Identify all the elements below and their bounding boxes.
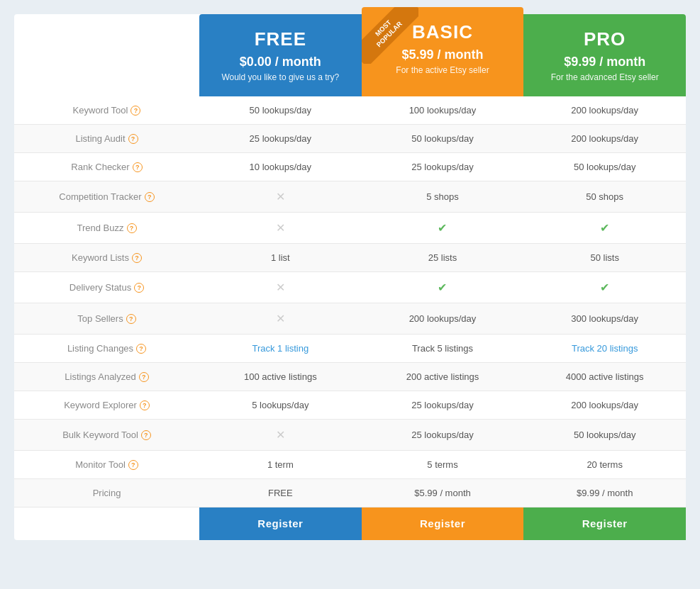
not-available-icon: ✕ (276, 281, 285, 294)
pro-value-cell: 50 lists (523, 244, 686, 272)
feature-label: Listing Changes (67, 343, 133, 354)
basic-value-cell: 25 lookups/day (362, 420, 524, 451)
pro-value-cell: 50 shops (523, 181, 686, 213)
feature-name-cell: Listing Changes? (14, 335, 199, 363)
info-icon[interactable]: ? (140, 400, 150, 410)
footer-row: Register Register Register (14, 507, 686, 540)
pro-plan-desc: For the advanced Etsy seller (534, 72, 675, 82)
not-available-icon: ✕ (276, 190, 285, 203)
free-value-cell: 50 lookups/day (199, 96, 362, 125)
info-icon[interactable]: ? (141, 430, 151, 440)
feature-name-cell: Listing Audit? (14, 125, 199, 153)
footer-free[interactable]: Register (199, 507, 362, 540)
not-available-icon: ✕ (276, 312, 285, 325)
pro-value-cell: ✔ (523, 272, 686, 303)
not-available-icon: ✕ (276, 221, 285, 235)
check-icon: ✔ (438, 221, 447, 235)
pro-value-cell: 50 lookups/day (523, 420, 686, 451)
free-value-cell: Track 1 listing (199, 335, 362, 363)
free-header: FREE $0.00 / month Would you like to giv… (199, 14, 362, 96)
feature-label: Keyword Explorer (64, 400, 137, 410)
feature-name-cell: Competition Tracker? (14, 181, 199, 213)
free-value-cell: ✕ (199, 420, 362, 451)
pro-header: PRO $9.99 / month For the advanced Etsy … (523, 14, 686, 96)
basic-value-cell: ✔ (362, 272, 524, 303)
free-value-cell: ✕ (199, 272, 362, 303)
most-popular-text: MOSTPOPULAR (362, 7, 418, 64)
free-link-value[interactable]: Track 1 listing (252, 343, 309, 354)
pro-value-cell: Track 20 listings (523, 335, 686, 363)
info-icon[interactable]: ? (145, 192, 155, 202)
pricing-table: FREE $0.00 / month Would you like to giv… (14, 14, 686, 540)
free-value-cell: 10 lookups/day (199, 153, 362, 181)
pro-plan-price: $9.99 / month (534, 55, 675, 69)
feature-name-cell: Rank Checker? (14, 153, 199, 181)
feature-rows: Keyword Tool?50 lookups/day100 lookups/d… (14, 96, 686, 507)
basic-value-cell: 100 lookups/day (362, 96, 524, 125)
pro-value-cell: 20 terms (523, 451, 686, 479)
free-plan-price: $0.00 / month (210, 55, 351, 69)
feature-label: Monitor Tool (75, 459, 126, 470)
info-icon[interactable]: ? (127, 223, 137, 233)
free-value-cell: 5 lookups/day (199, 391, 362, 420)
footer-basic[interactable]: Register (362, 507, 524, 540)
feature-name-cell: Trend Buzz? (14, 213, 199, 244)
basic-value-cell: $5.99 / month (362, 479, 524, 507)
feature-name-cell: Pricing (14, 479, 199, 507)
pro-value-cell: ✔ (523, 213, 686, 244)
basic-value-cell: 200 active listings (362, 363, 524, 391)
free-value-cell: ✕ (199, 181, 362, 213)
feature-label: Pricing (93, 488, 121, 498)
pro-value-cell: 4000 active listings (523, 363, 686, 391)
info-icon[interactable]: ? (136, 344, 146, 354)
info-icon[interactable]: ? (133, 162, 143, 172)
info-icon[interactable]: ? (128, 460, 138, 470)
pro-register-button[interactable]: Register (534, 517, 675, 529)
check-icon: ✔ (438, 281, 447, 294)
feature-name-cell: Delivery Status? (14, 272, 199, 303)
pro-value-cell: 300 lookups/day (523, 303, 686, 335)
feature-label: Top Sellers (77, 313, 123, 324)
basic-header: MOSTPOPULAR BASIC $5.99 / month For the … (362, 7, 524, 96)
footer-pro[interactable]: Register (523, 507, 686, 540)
basic-value-cell: Track 5 listings (362, 335, 524, 363)
free-plan-desc: Would you like to give us a try? (210, 72, 351, 82)
most-popular-ribbon: MOSTPOPULAR (362, 7, 418, 64)
feature-label: Rank Checker (71, 162, 129, 172)
free-register-button[interactable]: Register (210, 517, 351, 529)
feature-label: Listings Analyzed (65, 371, 135, 382)
free-value-cell: FREE (199, 479, 362, 507)
pro-value-cell: 200 lookups/day (523, 96, 686, 125)
not-available-icon: ✕ (276, 428, 285, 442)
feature-label: Competition Tracker (59, 191, 141, 202)
feature-name-cell: Keyword Explorer? (14, 391, 199, 420)
free-value-cell: ✕ (199, 213, 362, 244)
header-empty (14, 14, 199, 96)
feature-label: Bulk Keyword Tool (62, 430, 138, 440)
feature-name-cell: Keyword Tool? (14, 96, 199, 125)
feature-name-cell: Top Sellers? (14, 303, 199, 335)
free-value-cell: ✕ (199, 303, 362, 335)
info-icon[interactable]: ? (134, 283, 144, 293)
free-value-cell: 1 term (199, 451, 362, 479)
feature-label: Delivery Status (70, 282, 131, 293)
info-icon[interactable]: ? (128, 134, 138, 144)
feature-label: Trend Buzz (77, 223, 124, 233)
basic-value-cell: 5 terms (362, 451, 524, 479)
pro-value-cell: $9.99 / month (523, 479, 686, 507)
info-icon[interactable]: ? (130, 106, 140, 116)
info-icon[interactable]: ? (139, 372, 149, 382)
free-value-cell: 1 list (199, 244, 362, 272)
feature-name-cell: Listings Analyzed? (14, 363, 199, 391)
header-row: FREE $0.00 / month Would you like to giv… (14, 14, 686, 96)
info-icon[interactable]: ? (132, 253, 142, 263)
basic-value-cell: ✔ (362, 213, 524, 244)
basic-register-button[interactable]: Register (372, 517, 513, 529)
pro-value-cell: 50 lookups/day (523, 153, 686, 181)
info-icon[interactable]: ? (126, 314, 136, 324)
basic-value-cell: 200 lookups/day (362, 303, 524, 335)
pro-value-cell: 200 lookups/day (523, 391, 686, 420)
basic-value-cell: 25 lookups/day (362, 153, 524, 181)
basic-value-cell: 25 lists (362, 244, 524, 272)
pro-link-value[interactable]: Track 20 listings (572, 343, 638, 354)
